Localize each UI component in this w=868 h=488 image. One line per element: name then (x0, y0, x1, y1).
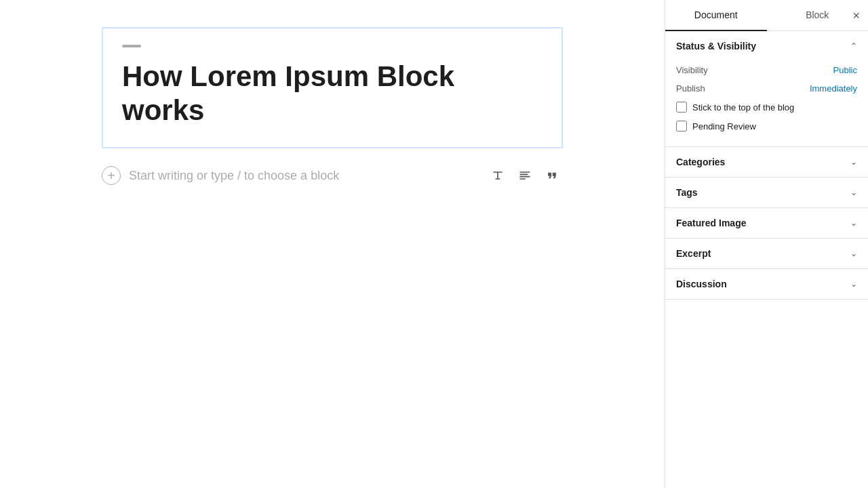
section-status-visibility-header[interactable]: Status & Visibility ⌃ (665, 31, 868, 61)
publish-row: Publish Immediately (676, 79, 857, 98)
section-tags-title: Tags (676, 187, 698, 198)
stick-to-top-row: Stick to the top of the blog (676, 98, 857, 117)
publish-label: Publish (676, 83, 705, 94)
section-tags-header[interactable]: Tags ⌄ (665, 178, 868, 207)
chevron-down-icon: ⌄ (850, 249, 857, 258)
status-visibility-content: Visibility Public Publish Immediately St… (665, 61, 868, 146)
editor-content: How Lorem Ipsum Block works + Start writ… (102, 27, 563, 186)
block-toolbar (487, 165, 563, 186)
stick-to-top-checkbox[interactable] (676, 102, 687, 113)
pending-review-row: Pending Review (676, 117, 857, 136)
pending-review-label[interactable]: Pending Review (692, 121, 756, 131)
section-discussion-header[interactable]: Discussion ⌄ (665, 269, 868, 299)
section-categories-header[interactable]: Categories ⌄ (665, 147, 868, 177)
editor-area: How Lorem Ipsum Block works + Start writ… (0, 0, 665, 488)
align-icon[interactable] (514, 165, 536, 186)
sidebar-tabs: Document Block × (665, 0, 868, 31)
section-tags: Tags ⌄ (665, 178, 868, 208)
section-categories: Categories ⌄ (665, 147, 868, 178)
tab-document[interactable]: Document (665, 0, 767, 31)
section-status-visibility: Status & Visibility ⌃ Visibility Public … (665, 31, 868, 147)
section-featured-image-title: Featured Image (676, 218, 746, 228)
add-block-button[interactable]: + (102, 166, 121, 185)
drag-handle (122, 45, 141, 47)
section-excerpt: Excerpt ⌄ (665, 239, 868, 269)
post-title[interactable]: How Lorem Ipsum Block works (122, 60, 542, 128)
text-icon[interactable] (487, 165, 509, 186)
sidebar: Document Block × Status & Visibility ⌃ V… (665, 0, 868, 488)
section-status-visibility-title: Status & Visibility (676, 41, 756, 52)
title-block: How Lorem Ipsum Block works (102, 27, 563, 148)
publish-value[interactable]: Immediately (810, 83, 857, 94)
quote-icon[interactable] (541, 165, 563, 186)
body-block: + Start writing or type / to choose a bl… (102, 165, 563, 186)
visibility-label: Visibility (676, 65, 708, 75)
close-icon[interactable]: × (844, 4, 868, 27)
section-discussion: Discussion ⌄ (665, 269, 868, 300)
section-discussion-title: Discussion (676, 279, 727, 289)
section-featured-image: Featured Image ⌄ (665, 208, 868, 239)
visibility-value[interactable]: Public (833, 65, 857, 75)
section-categories-title: Categories (676, 157, 725, 167)
section-excerpt-title: Excerpt (676, 248, 711, 259)
chevron-down-icon: ⌄ (850, 279, 857, 289)
visibility-row: Visibility Public (676, 61, 857, 79)
section-featured-image-header[interactable]: Featured Image ⌄ (665, 208, 868, 238)
section-excerpt-header[interactable]: Excerpt ⌄ (665, 239, 868, 268)
body-placeholder[interactable]: Start writing or type / to choose a bloc… (129, 165, 479, 186)
chevron-up-icon: ⌃ (850, 41, 857, 51)
chevron-down-icon: ⌄ (850, 188, 857, 197)
chevron-down-icon: ⌄ (850, 157, 857, 167)
pending-review-checkbox[interactable] (676, 121, 687, 131)
stick-to-top-label[interactable]: Stick to the top of the blog (692, 102, 794, 113)
chevron-down-icon: ⌄ (850, 218, 857, 228)
